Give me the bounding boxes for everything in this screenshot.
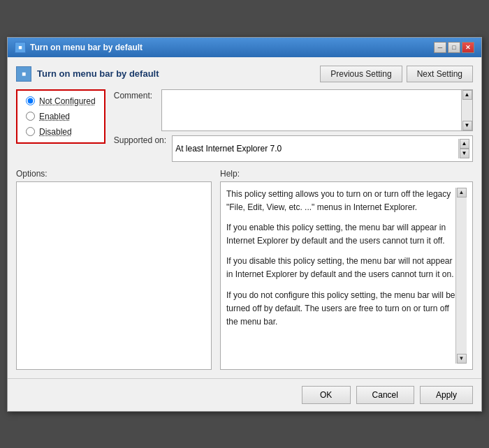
radio-not-configured-input[interactable] <box>26 96 35 105</box>
dialog-footer: OK Cancel Apply <box>8 378 481 411</box>
comment-box: ▲ ▼ <box>161 89 473 131</box>
radio-enabled-label: Enabled <box>39 112 70 121</box>
title-bar-controls: ─ □ ✕ <box>434 42 474 53</box>
supported-scroll-down[interactable]: ▼ <box>460 149 469 158</box>
lower-section: Options: Help: This policy setting allow… <box>16 169 473 370</box>
radio-not-configured-label: Not Configured <box>39 96 96 106</box>
apply-button[interactable]: Apply <box>420 386 473 404</box>
help-panel: Help: This policy setting allows you to … <box>220 169 473 370</box>
options-panel: Options: <box>16 169 212 370</box>
comment-scrollbar[interactable]: ▲ ▼ <box>461 90 472 130</box>
main-dialog: ■ Turn on menu bar by default ─ □ ✕ ■ Tu… <box>7 37 482 412</box>
header-title-text: Turn on menu bar by default <box>37 68 159 79</box>
help-para-4: If you do not configure this policy sett… <box>226 289 455 329</box>
title-bar-left: ■ Turn on menu bar by default <box>15 42 143 53</box>
right-panel: Comment: ▲ ▼ Supported on: At least <box>114 89 473 162</box>
supported-label: Supported on: <box>114 135 166 145</box>
help-scroll-down[interactable]: ▼ <box>457 354 467 364</box>
header-row: ■ Turn on menu bar by default Previous S… <box>16 66 473 82</box>
radio-enabled-input[interactable] <box>26 112 35 121</box>
dialog-body: ■ Turn on menu bar by default Previous S… <box>8 57 481 378</box>
radio-enabled[interactable]: Enabled <box>26 112 96 121</box>
radio-group: Not Configured Enabled Disabled <box>16 89 105 144</box>
left-panel: Not Configured Enabled Disabled <box>16 89 105 162</box>
dialog-icon: ■ <box>15 42 26 53</box>
header-buttons: Previous Setting Next Setting <box>320 66 473 82</box>
help-box: This policy setting allows you to turn o… <box>220 181 473 370</box>
help-para-1: This policy setting allows you to turn o… <box>226 188 455 214</box>
options-box <box>16 181 212 370</box>
help-text: This policy setting allows you to turn o… <box>226 188 455 364</box>
title-bar: ■ Turn on menu bar by default ─ □ ✕ <box>8 38 481 57</box>
radio-not-configured[interactable]: Not Configured <box>26 96 96 106</box>
header-title: ■ Turn on menu bar by default <box>16 66 159 82</box>
help-scrollbar[interactable]: ▲ ▼ <box>455 188 467 364</box>
radio-disabled[interactable]: Disabled <box>26 127 96 137</box>
supported-scroll-up[interactable]: ▲ <box>460 139 469 149</box>
comment-section: Comment: ▲ ▼ <box>114 89 473 131</box>
supported-value: At least Internet Explorer 7.0 <box>175 144 458 154</box>
maximize-button[interactable]: □ <box>448 42 460 53</box>
next-setting-button[interactable]: Next Setting <box>407 66 473 82</box>
previous-setting-button[interactable]: Previous Setting <box>320 66 402 82</box>
comment-textarea[interactable] <box>162 90 461 130</box>
close-button[interactable]: ✕ <box>462 42 474 53</box>
header-icon: ■ <box>16 66 31 82</box>
supported-scrollbar[interactable]: ▲ ▼ <box>458 139 469 158</box>
comment-label: Comment: <box>114 89 156 100</box>
radio-disabled-label: Disabled <box>39 127 72 137</box>
help-para-2: If you enable this policy setting, the m… <box>226 221 455 248</box>
main-content: Not Configured Enabled Disabled Comm <box>16 89 473 162</box>
scrollbar-down-btn[interactable]: ▼ <box>462 121 472 130</box>
title-bar-text: Turn on menu bar by default <box>30 43 143 52</box>
supported-section: Supported on: At least Internet Explorer… <box>114 135 473 162</box>
radio-disabled-input[interactable] <box>26 127 35 136</box>
supported-box: At least Internet Explorer 7.0 ▲ ▼ <box>172 135 473 162</box>
ok-button[interactable]: OK <box>302 386 351 404</box>
cancel-button[interactable]: Cancel <box>356 386 414 404</box>
minimize-button[interactable]: ─ <box>434 42 446 53</box>
scrollbar-up-btn[interactable]: ▲ <box>462 90 472 100</box>
options-label: Options: <box>16 169 212 179</box>
help-para-3: If you disable this policy setting, the … <box>226 255 455 281</box>
help-label: Help: <box>220 169 473 179</box>
help-scroll-up[interactable]: ▲ <box>457 188 467 197</box>
